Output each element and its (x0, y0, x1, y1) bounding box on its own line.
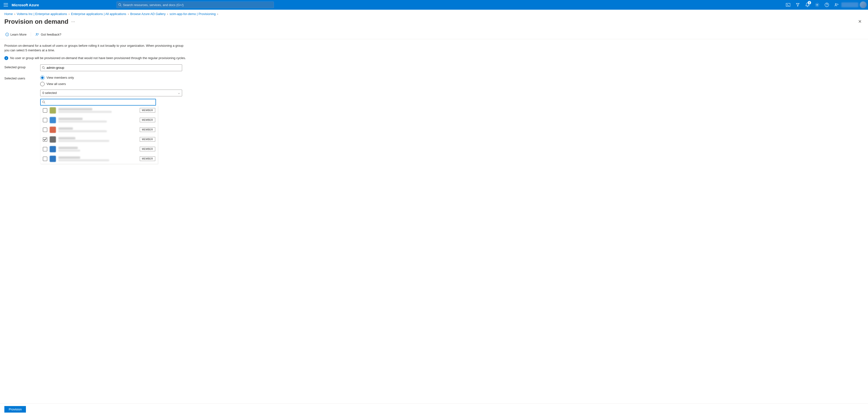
member-detail-redacted (58, 140, 109, 142)
learn-more-label: Learn More (10, 33, 26, 36)
member-role-badge: MEMBER (140, 127, 155, 132)
member-detail-redacted (58, 121, 107, 123)
breadcrumb-link[interactable]: Home (4, 12, 13, 16)
hamburger-menu[interactable] (0, 0, 11, 10)
member-detail-redacted (58, 130, 107, 132)
selected-group-input[interactable] (46, 66, 180, 69)
brand-label[interactable]: Microsoft Azure (11, 3, 44, 7)
member-row[interactable]: MEMBER (40, 105, 158, 115)
close-blade-button[interactable]: ✕ (856, 18, 864, 25)
chevron-right-icon: › (68, 12, 69, 16)
member-row[interactable]: MEMBER (40, 125, 158, 135)
content-area: Provision on-demand for a subset of user… (0, 39, 868, 186)
member-detail-redacted (58, 159, 109, 161)
member-name-redacted (58, 127, 73, 130)
directory-filter-icon[interactable] (793, 0, 803, 10)
member-detail-redacted (58, 111, 112, 113)
radio-icon (40, 75, 44, 80)
member-text (58, 118, 137, 123)
radio-label: View members only (46, 76, 74, 79)
chevron-right-icon: › (14, 12, 15, 16)
member-name-redacted (58, 108, 92, 110)
radio-label: View all users (46, 82, 66, 86)
breadcrumb-link[interactable]: Browse Azure AD Gallery (130, 12, 166, 16)
got-feedback-link[interactable]: Got feedback? (35, 33, 61, 36)
selected-users-dropdown[interactable]: 0 selected ⌵ (40, 90, 182, 96)
member-detail-redacted (58, 150, 80, 152)
global-search[interactable] (117, 1, 274, 8)
breadcrumb: Home› Volterra Inc | Enterprise applicat… (0, 10, 868, 17)
svg-point-18 (42, 101, 44, 103)
selected-group-input-wrapper[interactable] (40, 64, 182, 71)
svg-rect-5 (786, 3, 790, 6)
svg-point-16 (42, 67, 44, 68)
more-actions-icon[interactable]: ⋯ (71, 20, 75, 24)
feedback-icon[interactable] (832, 0, 841, 10)
member-checkbox[interactable] (43, 137, 47, 141)
page-header: Provision on demand ⋯ ✕ (0, 17, 868, 28)
member-list: MEMBERMEMBERMEMBERMEMBERMEMBERMEMBER (40, 105, 158, 164)
member-filter-input[interactable] (47, 100, 154, 104)
global-search-input[interactable] (123, 3, 272, 7)
intro-text: Provision on-demand for a subset of user… (4, 43, 184, 53)
member-row[interactable]: MEMBER (40, 154, 158, 164)
footer-bar: Provision (0, 403, 868, 415)
member-avatar (50, 136, 56, 142)
notifications-icon[interactable]: 5 (803, 0, 812, 10)
divider (31, 32, 31, 37)
feedback-person-icon (35, 33, 39, 36)
search-icon (42, 100, 45, 104)
cloud-shell-icon[interactable] (783, 0, 793, 10)
member-text (58, 108, 137, 113)
breadcrumb-link[interactable]: scim-app-for-demo | Provisioning (169, 12, 216, 16)
member-role-badge: MEMBER (140, 118, 155, 122)
member-text (58, 156, 137, 161)
member-row[interactable]: MEMBER (40, 144, 158, 154)
member-row[interactable]: MEMBER (40, 135, 158, 144)
member-checkbox[interactable] (43, 118, 47, 122)
info-text: No user or group will be provisioned on-… (10, 56, 186, 60)
svg-point-3 (119, 4, 121, 6)
account-name-redacted (841, 2, 858, 7)
help-icon[interactable] (822, 0, 832, 10)
selected-users-label: Selected users (4, 75, 40, 164)
info-icon (5, 33, 9, 36)
svg-point-14 (36, 33, 37, 34)
avatar (860, 1, 867, 8)
search-icon (118, 3, 122, 6)
info-icon: i (4, 56, 8, 60)
member-name-redacted (58, 118, 83, 120)
account-menu[interactable] (841, 0, 868, 10)
member-avatar (50, 107, 56, 114)
radio-view-members-only[interactable]: View members only (40, 75, 182, 80)
breadcrumb-link[interactable]: Enterprise applications | All applicatio… (71, 12, 126, 16)
member-role-badge: MEMBER (140, 108, 155, 113)
member-avatar (50, 156, 56, 162)
provision-button[interactable]: Provision (4, 406, 26, 413)
member-role-badge: MEMBER (140, 156, 155, 161)
member-filter-input-wrapper[interactable] (40, 99, 156, 105)
member-avatar (50, 127, 56, 133)
got-feedback-label: Got feedback? (41, 33, 61, 36)
radio-view-all-users[interactable]: View all users (40, 82, 182, 86)
settings-icon[interactable] (812, 0, 822, 10)
selected-group-label: Selected group (4, 64, 40, 71)
svg-point-13 (7, 33, 7, 34)
member-role-badge: MEMBER (140, 137, 155, 141)
search-icon (42, 66, 45, 69)
member-checkbox[interactable] (43, 108, 47, 113)
radio-icon (40, 82, 44, 86)
member-role-badge: MEMBER (140, 147, 155, 151)
command-bar: Learn More Got feedback? (0, 28, 868, 39)
member-row[interactable]: MEMBER (40, 115, 158, 125)
learn-more-link[interactable]: Learn More (5, 33, 26, 36)
member-checkbox[interactable] (43, 157, 47, 161)
info-banner: i No user or group will be provisioned o… (4, 56, 864, 60)
member-checkbox[interactable] (43, 147, 47, 151)
svg-point-9 (827, 6, 827, 6)
svg-point-8 (825, 3, 829, 7)
breadcrumb-link[interactable]: Volterra Inc | Enterprise applications (17, 12, 67, 16)
svg-line-19 (44, 103, 45, 103)
member-checkbox[interactable] (43, 128, 47, 132)
dropdown-value: 0 selected (42, 91, 57, 95)
